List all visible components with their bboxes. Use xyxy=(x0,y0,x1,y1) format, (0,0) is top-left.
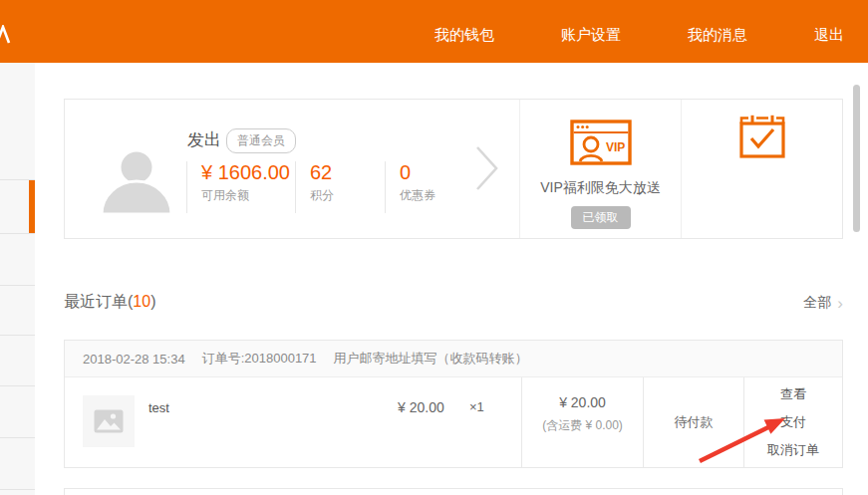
pay-order-link[interactable]: 支付 xyxy=(780,413,806,431)
active-item-indicator xyxy=(29,180,35,233)
order-status: 待付款 xyxy=(675,413,714,431)
vip-promo-title: VIP福利限免大放送 xyxy=(520,179,681,197)
balance-stat[interactable]: ¥ 1606.00 可用余额 xyxy=(186,161,297,213)
coupons-value: 0 xyxy=(400,161,435,184)
recent-orders-header: 最近订单(10) 全部 › xyxy=(64,292,843,313)
sidebar-item[interactable] xyxy=(0,386,35,438)
top-header-bar: 我的钱包 账户设置 我的消息 退出 xyxy=(0,0,868,63)
left-sidebar xyxy=(0,63,35,495)
nav-account-settings[interactable]: 账户设置 xyxy=(561,18,621,45)
sidebar-item[interactable] xyxy=(0,438,35,490)
top-navigation: 我的钱包 账户设置 我的消息 退出 xyxy=(434,0,844,63)
vip-browser-icon: VIP xyxy=(570,120,632,165)
nav-my-messages[interactable]: 我的消息 xyxy=(688,18,747,45)
product-quantity: ×1 xyxy=(469,399,484,414)
view-all-orders-link[interactable]: 全部 › xyxy=(803,294,843,312)
recent-orders-title: 最近订单(10) xyxy=(64,292,155,313)
orders-count: 10 xyxy=(133,293,150,310)
account-page: 我的钱包 账户设置 我的消息 退出 发出 普通会员 ¥ 1606.00 可用余额… xyxy=(0,0,868,495)
calendar-checkin-panel[interactable] xyxy=(681,100,843,238)
claimed-badge[interactable]: 已领取 xyxy=(571,206,631,229)
order-meta-row: 2018-02-28 15:34 订单号:2018000171 用户邮寄地址填写… xyxy=(65,341,842,377)
view-order-link[interactable]: 查看 xyxy=(780,385,806,403)
order-number: 订单号:2018000171 xyxy=(202,350,317,368)
points-label: 积分 xyxy=(310,187,334,204)
sidebar-item[interactable] xyxy=(0,234,35,286)
username: 发出 xyxy=(187,128,221,151)
vip-promo-banner[interactable]: VIP VIP福利限免大放送 已领取 xyxy=(519,100,681,238)
order-card: 2018-02-28 15:34 订单号:2018000171 用户邮寄地址填写… xyxy=(64,340,843,468)
balance-value: ¥ 1606.00 xyxy=(201,161,297,184)
member-level-badge: 普通会员 xyxy=(226,128,296,153)
order-body-row: test ¥ 20.00 ×1 ¥ 20.00 (含运费 ¥ 0.00) 待付款… xyxy=(65,377,842,467)
next-order-card-partial xyxy=(64,488,843,495)
avatar-placeholder-icon xyxy=(101,150,172,214)
cancel-order-link[interactable]: 取消订单 xyxy=(767,441,819,459)
coupons-label: 优惠券 xyxy=(400,187,435,204)
balance-label: 可用余额 xyxy=(201,187,297,204)
logo-fragment-icon xyxy=(0,25,11,44)
image-placeholder-icon xyxy=(94,409,124,433)
calendar-check-icon xyxy=(738,115,786,162)
sidebar-item-active[interactable] xyxy=(0,180,35,234)
nav-logout[interactable]: 退出 xyxy=(814,18,844,45)
chevron-right-icon[interactable] xyxy=(474,144,500,192)
points-stat[interactable]: 62 积分 xyxy=(295,161,334,213)
order-datetime: 2018-02-28 15:34 xyxy=(83,352,185,367)
actions-cell: 查看 支付 取消订单 xyxy=(743,377,842,467)
product-name[interactable]: test xyxy=(148,400,169,415)
product-price: ¥ 20.00 xyxy=(398,399,444,415)
product-cell: test ¥ 20.00 ×1 xyxy=(65,377,521,467)
order-address-note: 用户邮寄地址填写（收款码转账） xyxy=(334,350,528,368)
status-cell: 待付款 xyxy=(643,377,743,467)
product-image-placeholder[interactable] xyxy=(83,395,135,447)
chevron-right-small-icon: › xyxy=(837,295,843,312)
svg-text:VIP: VIP xyxy=(606,140,625,154)
sidebar-item[interactable] xyxy=(0,286,35,336)
vertical-scrollbar-thumb[interactable] xyxy=(853,85,860,232)
sidebar-item[interactable] xyxy=(0,63,35,180)
order-subtotal: ¥ 20.00 xyxy=(522,394,643,410)
coupons-stat[interactable]: 0 优惠券 xyxy=(385,161,435,213)
shipping-fee-note: (含运费 ¥ 0.00) xyxy=(522,417,643,434)
points-value: 62 xyxy=(310,161,334,184)
nav-my-wallet[interactable]: 我的钱包 xyxy=(434,18,494,45)
subtotal-cell: ¥ 20.00 (含运费 ¥ 0.00) xyxy=(521,377,643,467)
sidebar-item[interactable] xyxy=(0,336,35,386)
profile-card: 发出 普通会员 ¥ 1606.00 可用余额 62 积分 0 优惠券 xyxy=(64,99,843,239)
